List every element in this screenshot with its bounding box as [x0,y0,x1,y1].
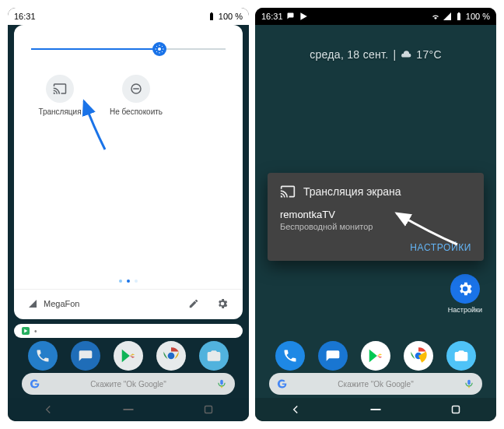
battery-icon [454,12,464,21]
phone-left: 16:31 100 % Скажите "Ok Google" [8,8,249,421]
nav-bar [255,398,496,421]
cast-device-name: remontkaTV [280,209,471,220]
google-search-bar[interactable]: Скажите "Ok Google" [269,373,482,395]
home-area: Скажите "Ok Google" Тр [8,25,249,421]
nav-bar [8,398,249,421]
qs-tile-cast-label: Трансляция [38,107,81,116]
brightness-icon [155,44,164,54]
gear-icon [450,274,480,304]
google-g-icon [277,378,288,389]
settings-label: Настройки [448,306,482,314]
qs-tile-dnd[interactable]: Не беспокоить [109,75,163,116]
play-store-small-icon [22,327,30,335]
nav-recent[interactable] [449,403,463,417]
dock [255,341,496,371]
qs-tile-cast[interactable]: Трансляция [33,75,87,116]
settings-shortcut[interactable]: Настройки [448,274,482,314]
app-chrome[interactable] [404,341,433,371]
svg-line-10 [162,51,163,52]
save-notif-icon [286,12,296,21]
status-time: 16:31 [14,12,36,21]
svg-line-11 [156,51,157,52]
quick-settings-overlay: Трансляция Не беспокоить MegaFon [8,25,249,421]
status-time: 16:31 [261,12,283,21]
cast-device-sub: Беспроводной монитор [280,222,471,231]
qs-footer: MegaFon [14,289,243,310]
temp-text: 17°C [416,48,441,61]
dnd-icon [122,75,150,103]
battery-icon [207,12,216,21]
qs-tile-dnd-label: Не беспокоить [110,107,163,116]
cast-dialog: Трансляция экрана remontkaTV Беспроводно… [268,173,484,261]
svg-rect-15 [123,409,134,410]
date-text: среда, 18 сент. [310,48,388,61]
svg-rect-16 [205,406,212,413]
nav-back[interactable] [289,403,303,417]
signal-icon [443,12,452,21]
brightness-slider[interactable] [31,40,226,58]
app-messages[interactable] [318,341,348,371]
signal-icon [28,299,37,308]
cast-dialog-title-text: Трансляция экрана [303,185,401,198]
wifi-icon [431,12,440,21]
status-bar: 16:31 100 % [8,8,249,25]
app-play-store[interactable] [361,341,390,371]
app-camera[interactable] [446,341,476,371]
svg-line-9 [156,46,157,47]
play-notif-icon [299,12,308,21]
nav-home[interactable] [121,403,135,417]
nav-home[interactable] [369,403,383,417]
brightness-thumb[interactable] [152,42,166,56]
quick-settings-tiles: Трансляция Не беспокоить [33,75,229,116]
app-phone[interactable] [275,341,305,371]
edit-icon[interactable] [188,298,199,309]
nav-back[interactable] [41,403,55,417]
notification-peek[interactable]: • [14,324,243,338]
status-battery: 100 % [219,12,243,21]
svg-rect-21 [370,409,381,410]
gear-icon[interactable] [216,297,229,310]
cast-settings-button[interactable]: НАСТРОЙКИ [280,242,471,253]
status-bar: 16:31 100 % [255,8,496,25]
qs-page-indicator [28,280,229,283]
phone-right: 16:31 100 % среда, 18 сент. | 17°C Настр… [255,8,496,421]
cast-device-item[interactable]: remontkaTV Беспроводной монитор [280,209,471,231]
quick-settings-panel: Трансляция Не беспокоить MegaFon [14,25,243,319]
svg-line-12 [162,46,163,47]
cast-icon [280,184,296,199]
date-weather-widget[interactable]: среда, 18 сент. | 17°C [255,48,496,61]
qs-carrier: MegaFon [44,299,79,308]
status-battery: 100 % [466,12,490,21]
home-area: среда, 18 сент. | 17°C Настройки Трансля… [255,25,496,421]
svg-point-4 [158,47,161,51]
nav-recent[interactable] [201,403,215,417]
svg-rect-19 [467,380,471,385]
cast-icon [46,75,74,103]
mic-icon [464,378,474,389]
search-hint: Скажите "Ok Google" [292,380,459,389]
weather-cloud-icon [401,49,411,60]
svg-rect-22 [453,406,460,413]
